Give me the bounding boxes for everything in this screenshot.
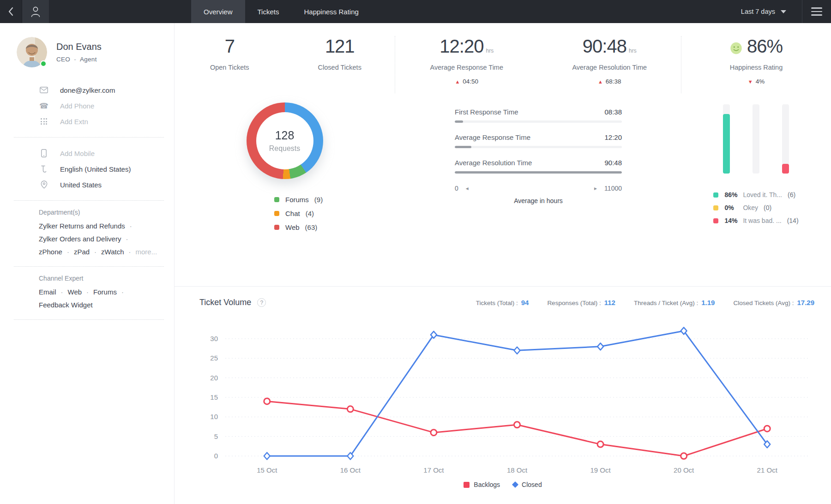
help-icon[interactable]: ? (257, 298, 266, 307)
response-time-track (455, 120, 622, 123)
separator-dot: · (129, 248, 131, 256)
person-icon (30, 5, 41, 18)
tab-happiness-rating[interactable]: Happiness Rating (291, 0, 371, 23)
svg-text:10: 10 (210, 413, 218, 420)
add-extn-placeholder[interactable]: Add Extn (60, 118, 88, 126)
svg-text:20: 20 (210, 374, 218, 382)
main-tabs: Overview Tickets Happiness Rating (191, 0, 371, 23)
role-separator: - (74, 56, 76, 63)
mail-icon (39, 87, 49, 93)
chart-legend-label: Closed (522, 481, 542, 488)
channel-name: Web (68, 288, 82, 296)
summary-threads-per-ticket: Threads / Ticket (Avg) :1.19 (634, 299, 715, 306)
tab-tickets[interactable]: Tickets (245, 0, 292, 23)
back-button[interactable] (0, 0, 22, 23)
tab-overview[interactable]: Overview (191, 0, 245, 23)
open-tickets-value: 7 (175, 36, 285, 57)
summary-closed-avg: Closed Tickets (Avg) :17.29 (733, 299, 814, 306)
response-time-value: 08:38 (604, 108, 622, 116)
add-mobile-placeholder[interactable]: Add Mobile (60, 150, 95, 157)
more-link[interactable]: more... (136, 248, 157, 256)
product-name[interactable]: zPhone (39, 248, 62, 256)
summary-responses-total: Responses (Total) :112 (547, 299, 615, 306)
channel-expert-section: Channel Expert Email·Web·Forums· Feedbac… (0, 275, 174, 312)
triangle-up-icon: ▲ (455, 79, 460, 84)
department-item[interactable]: Zylker Orders and Delivery· (39, 233, 174, 246)
stat-avg-response: 12:20hrs Average Response Time ▲04:50 (395, 36, 538, 93)
requests-donut: 128 Requests (247, 102, 323, 179)
svg-text:15: 15 (210, 393, 218, 401)
happiness-bars (681, 104, 831, 174)
type-label: Agent (80, 56, 97, 63)
date-range-dropdown[interactable]: Last 7 days (725, 0, 802, 23)
svg-text:5: 5 (214, 432, 218, 440)
happiness-pct: 86% (724, 191, 743, 198)
email-row[interactable]: done@zylker.com (0, 82, 174, 98)
happiness-count: (0) (764, 204, 771, 211)
legend-label: Chat (285, 210, 300, 217)
ticket-volume-title: Ticket Volume (199, 298, 251, 307)
response-time-fill (455, 146, 471, 148)
svg-text:30: 30 (210, 335, 218, 342)
ticket-volume-section: Ticket Volume ? Tickets (Total) :94 Resp… (175, 286, 831, 488)
add-mobile-row[interactable]: Add Mobile (0, 145, 174, 161)
ticket-volume-chart: 05101520253015 Oct16 Oct17 Oct18 Oct19 O… (175, 310, 831, 481)
happiness-legend: 86%Loved it. Th...(6)0%Okey(0)14%It was … (713, 191, 798, 224)
product-list: zPhone·zPad·zWatch·more... (39, 246, 174, 258)
add-phone-placeholder[interactable]: Add Phone (60, 102, 94, 110)
closed-tickets-value: 121 (285, 36, 395, 57)
sidebar-separator (14, 266, 164, 267)
department-item[interactable]: Zylker Returns and Refunds· (39, 220, 174, 233)
response-time-value: 12:20 (604, 133, 622, 141)
separator-dot: · (126, 235, 128, 243)
triangle-down-icon: ▼ (748, 79, 753, 84)
response-time-label: Average Response Time (455, 133, 530, 141)
happiness-legend-item: 0%Okey(0) (713, 204, 798, 211)
mobile-icon (39, 149, 49, 157)
happiness-bar-fill (782, 164, 789, 174)
slider-left-arrow-icon[interactable]: ◂ (466, 185, 469, 192)
open-tickets-label: Open Tickets (175, 64, 285, 71)
add-phone-row[interactable]: ☎ Add Phone (0, 98, 174, 114)
response-time-fill (455, 120, 463, 123)
legend-swatch (274, 211, 279, 216)
happiness-value: 86% (747, 36, 783, 56)
happiness-label: Okey (743, 204, 758, 211)
response-time-bars: First Response Time08:38Average Response… (455, 108, 681, 174)
product-name[interactable]: zWatch (101, 248, 124, 256)
separator-dot: · (94, 248, 96, 256)
contact-name: Don Evans (56, 42, 102, 52)
happiness-bar-track (782, 104, 789, 174)
channel-name: Forums (93, 288, 117, 296)
legend-swatch (713, 192, 718, 198)
sidebar-separator (14, 137, 164, 138)
legend-count: (9) (314, 196, 323, 204)
response-time-row: Average Response Time12:20 (455, 133, 622, 148)
slider-max-value: 11000 (604, 185, 622, 192)
topbar: Overview Tickets Happiness Rating Last 7… (0, 0, 831, 23)
donut-center: 128 Requests (256, 112, 313, 169)
response-time-label: Average Resolution Time (455, 159, 532, 167)
add-extn-row[interactable]: Add Extn (0, 114, 174, 129)
channel-list: Email·Web·Forums· (39, 286, 174, 299)
contact-tab[interactable] (22, 0, 49, 23)
slider-right-arrow-icon[interactable]: ▸ (594, 185, 597, 192)
triangle-up-icon: ▲ (598, 79, 603, 84)
svg-text:18 Oct: 18 Oct (507, 466, 528, 474)
role-label: CEO (56, 56, 70, 63)
location-pin-icon (39, 180, 49, 189)
menu-button[interactable] (802, 0, 831, 23)
slider-min-value: 0 (455, 185, 458, 192)
stat-open-tickets: 7 Open Tickets (175, 36, 285, 93)
contact-sidebar: Don Evans CEO-Agent done@zylker.com ☎ Ad… (0, 23, 175, 504)
separator-dot: · (61, 288, 63, 296)
avg-resolution-value: 90:48 (583, 36, 626, 56)
product-name[interactable]: zPad (74, 248, 90, 256)
date-range-label: Last 7 days (741, 8, 775, 15)
email-value[interactable]: done@zylker.com (60, 86, 115, 94)
stat-happiness: 86% Happiness Rating ▼4% (681, 36, 831, 93)
avg-response-value: 12:20 (440, 36, 483, 56)
separator-dot: · (86, 288, 89, 296)
separator-dot: · (67, 248, 69, 256)
line-chart-svg: 05101520253015 Oct16 Oct17 Oct18 Oct19 O… (188, 312, 816, 479)
